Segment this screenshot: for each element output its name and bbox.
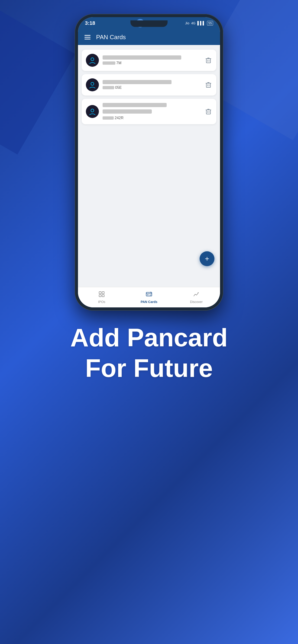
discover-icon: [193, 291, 200, 299]
pan-name-blur-2: [103, 80, 171, 84]
pan-name-blur-1: [103, 56, 181, 60]
user-icon-2: [88, 81, 97, 89]
svg-rect-18: [102, 295, 104, 297]
svg-point-10: [88, 107, 97, 116]
bottom-nav: IPOs PAN Cards: [78, 287, 220, 308]
delete-button-3[interactable]: [205, 107, 212, 116]
status-icons: Jio 4G ▌▌▌ 55: [185, 21, 213, 26]
svg-rect-17: [99, 295, 101, 297]
pan-number-blur-2: [103, 86, 114, 89]
pan-number-suffix-2: 05E: [115, 86, 122, 90]
network-icon: 4G: [191, 21, 196, 25]
svg-rect-16: [102, 292, 104, 294]
pan-card-item: 7M: [82, 50, 216, 71]
svg-rect-12: [206, 110, 210, 114]
phone-screen: 3:18 📞 Jio 4G ▌▌▌ 55 PAN Cards: [78, 17, 220, 308]
ipos-nav-label: IPOs: [98, 300, 105, 304]
svg-rect-2: [206, 59, 210, 63]
pancards-icon: [146, 291, 152, 299]
pan-avatar-3: [86, 105, 99, 118]
promo-line1: Add Pancard For Future: [70, 322, 228, 384]
pan-info-2: 05E: [103, 80, 201, 90]
content-area: 7M: [78, 45, 220, 287]
app-header: PAN Cards: [78, 29, 220, 45]
hamburger-line-1: [85, 35, 91, 36]
notch: [130, 20, 168, 27]
svg-point-22: [198, 292, 199, 293]
pan-info-3: 242R: [103, 103, 201, 120]
add-pancard-fab-button[interactable]: +: [200, 251, 214, 266]
pan-number-2: 05E: [103, 86, 201, 90]
user-icon-3: [88, 107, 97, 116]
nav-item-discover[interactable]: Discover: [173, 291, 220, 304]
plus-icon: +: [205, 254, 209, 263]
pan-number-blur-1: [103, 62, 115, 65]
delete-button-2[interactable]: [205, 81, 212, 89]
hamburger-line-3: [85, 39, 91, 40]
pan-info-1: 7M: [103, 56, 201, 65]
pan-avatar-2: [86, 78, 99, 91]
delete-button-1[interactable]: [205, 56, 212, 64]
svg-rect-15: [99, 292, 101, 294]
phone-wrapper: 3:18 📞 Jio 4G ▌▌▌ 55 PAN Cards: [75, 14, 223, 311]
pan-avatar-1: [86, 54, 99, 67]
nav-item-pancards[interactable]: PAN Cards: [125, 291, 173, 304]
svg-rect-7: [206, 83, 210, 88]
signal-icon: Jio: [185, 21, 189, 25]
hamburger-line-2: [85, 37, 91, 38]
ipos-icon: [98, 291, 105, 299]
pan-name-blur-3b: [103, 110, 152, 114]
status-time: 3:18: [85, 20, 95, 26]
pancards-nav-label: PAN Cards: [141, 300, 157, 304]
pan-number-3: 242R: [103, 116, 201, 120]
battery-icon: 55: [207, 21, 213, 26]
phone-frame: 3:18 📞 Jio 4G ▌▌▌ 55 PAN Cards: [75, 14, 223, 311]
pan-number-suffix-3: 242R: [115, 116, 123, 120]
pan-card-item-2: 05E: [82, 74, 216, 96]
svg-point-21: [147, 294, 148, 295]
nav-item-ipos[interactable]: IPOs: [78, 291, 125, 304]
pan-number-blur-3: [103, 116, 114, 120]
pan-number-1: 7M: [103, 61, 201, 65]
svg-point-0: [88, 56, 97, 64]
pan-number-suffix-1: 7M: [116, 61, 121, 65]
page-title: PAN Cards: [96, 34, 126, 41]
promo-text: Add Pancard For Future: [52, 322, 246, 384]
wifi-icon: ▌▌▌: [197, 21, 205, 25]
pan-name-blur-3: [103, 103, 167, 107]
discover-nav-label: Discover: [190, 300, 203, 304]
svg-point-5: [88, 81, 97, 89]
user-icon-1: [88, 56, 97, 64]
hamburger-menu-button[interactable]: [85, 35, 91, 40]
pan-card-item-3: 242R: [82, 99, 216, 124]
